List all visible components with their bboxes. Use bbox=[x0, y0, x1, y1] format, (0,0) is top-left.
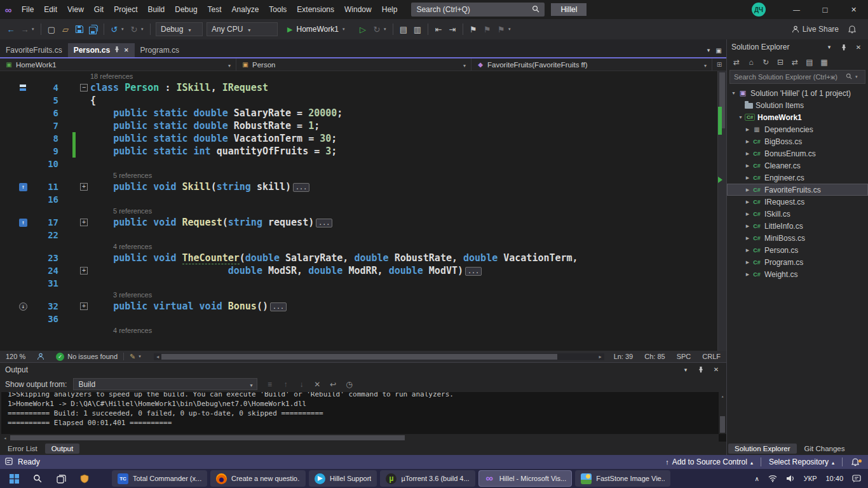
collapsed-region-box[interactable]: ... bbox=[270, 302, 287, 311]
scrollbar-thumb[interactable] bbox=[10, 435, 405, 440]
defender-shield-icon[interactable] bbox=[74, 470, 95, 487]
taskbar-app-utorrent[interactable]: µµTorrent 3.6 (build 4... bbox=[380, 470, 475, 487]
tree-item-favoritefruits-cs[interactable]: ▶C#FavoriteFruits.cs bbox=[727, 184, 868, 196]
properties-icon[interactable] bbox=[820, 58, 829, 67]
hidden-icons-chevron[interactable] bbox=[751, 470, 762, 487]
codelens-references-link[interactable]: 4 references bbox=[90, 327, 152, 334]
configuration-dropdown[interactable]: Debug bbox=[156, 22, 203, 36]
tree-collapsed-arrow-icon[interactable]: ▶ bbox=[743, 127, 752, 132]
tree-collapsed-arrow-icon[interactable]: ▶ bbox=[743, 248, 752, 253]
fold-collapse-icon[interactable]: − bbox=[80, 84, 88, 92]
tree-item-person-cs[interactable]: ▶C#Person.cs bbox=[727, 244, 868, 256]
tree-collapsed-arrow-icon[interactable]: ▶ bbox=[743, 175, 752, 180]
comment-selection-icon[interactable] bbox=[397, 22, 410, 37]
breadcrumb-member-dropdown[interactable]: FavoriteFruits(FavoriteFruits ff) bbox=[471, 58, 712, 71]
panel-close-icon[interactable] bbox=[711, 362, 721, 377]
taskbar-app-telegram[interactable]: Hillel Support bbox=[309, 470, 377, 487]
scrollbar-thumb[interactable] bbox=[720, 416, 725, 433]
increase-indent-icon[interactable] bbox=[445, 22, 459, 37]
breadcrumb-project-dropdown[interactable]: HomeWork1 bbox=[0, 58, 236, 71]
se-tab-git-changes[interactable]: Git Changes bbox=[798, 444, 851, 454]
scroll-right-icon[interactable] bbox=[597, 354, 604, 360]
code-editor[interactable]: 18 references4−class Person : ISkill, IR… bbox=[0, 71, 726, 351]
tree-collapsed-arrow-icon[interactable]: ▶ bbox=[743, 212, 752, 217]
navigate-back-icon[interactable] bbox=[4, 22, 18, 37]
tree-collapsed-arrow-icon[interactable]: ▶ bbox=[743, 139, 752, 144]
menu-window[interactable]: Window bbox=[339, 0, 377, 19]
tree-item-solution-hillel-1-of-1-project-[interactable]: ▼▣Solution 'Hillel' (1 of 1 project) bbox=[727, 87, 868, 99]
collapsed-region-box[interactable]: ... bbox=[316, 219, 332, 227]
next-bookmark-icon[interactable] bbox=[494, 22, 508, 37]
taskbar-app-faststone[interactable]: FastStone Image Vie... bbox=[575, 470, 670, 487]
menu-analyze[interactable]: Analyze bbox=[227, 0, 264, 19]
search-input[interactable]: Search (Ctrl+Q) bbox=[411, 3, 545, 17]
zoom-dropdown[interactable]: 120 % bbox=[0, 353, 31, 360]
tree-collapsed-arrow-icon[interactable]: ▶ bbox=[743, 260, 752, 265]
menu-build[interactable]: Build bbox=[143, 0, 170, 19]
menu-edit[interactable]: Edit bbox=[39, 0, 62, 19]
collapse-all-icon[interactable] bbox=[776, 58, 785, 67]
active-files-dropdown-icon[interactable] bbox=[703, 43, 714, 58]
word-wrap-icon[interactable] bbox=[327, 380, 339, 389]
timestamp-icon[interactable] bbox=[343, 380, 355, 389]
output-vertical-scrollbar[interactable]: ▴ bbox=[719, 392, 726, 434]
tree-item-weight-cs[interactable]: ▶C#Weight.cs bbox=[727, 268, 868, 280]
tree-collapsed-arrow-icon[interactable]: ▶ bbox=[743, 187, 752, 193]
tree-collapsed-arrow-icon[interactable]: ▶ bbox=[743, 224, 752, 229]
open-file-icon[interactable] bbox=[58, 22, 72, 37]
refresh-icon[interactable] bbox=[761, 58, 770, 67]
hot-reload-icon[interactable] bbox=[370, 22, 384, 37]
search-icon[interactable] bbox=[532, 5, 539, 15]
platform-dropdown[interactable]: Any CPU bbox=[207, 22, 278, 36]
close-icon[interactable]: ✕ bbox=[124, 47, 129, 53]
tree-collapsed-arrow-icon[interactable]: ▶ bbox=[743, 163, 752, 168]
output-source-dropdown[interactable]: Build bbox=[73, 378, 257, 390]
tree-item-bonusenum-cs[interactable]: ▶C#BonusEnum.cs bbox=[727, 147, 868, 159]
tree-collapsed-arrow-icon[interactable]: ▶ bbox=[743, 200, 752, 205]
codelens-references-link[interactable]: 5 references bbox=[90, 172, 152, 179]
redo-dropdown-icon[interactable] bbox=[141, 22, 147, 37]
scrollbar-track[interactable] bbox=[161, 353, 596, 360]
previous-bookmark-icon[interactable] bbox=[480, 22, 494, 37]
tab-program-cs[interactable]: Program.cs bbox=[135, 43, 185, 57]
add-to-source-control-button[interactable]: Add to Source Control bbox=[663, 455, 756, 469]
hot-reload-dropdown-icon[interactable] bbox=[384, 22, 390, 37]
feedback-icon[interactable] bbox=[845, 22, 859, 37]
close-button[interactable] bbox=[839, 0, 868, 19]
redo-icon[interactable] bbox=[127, 22, 141, 37]
notification-center-icon[interactable] bbox=[849, 470, 864, 487]
new-file-icon[interactable] bbox=[44, 22, 58, 37]
tree-collapsed-arrow-icon[interactable]: ▶ bbox=[743, 272, 752, 277]
editor-vertical-scrollbar[interactable] bbox=[717, 71, 726, 351]
taskbar-app-visualstudio[interactable]: ∞Hillel - Microsoft Vis... bbox=[478, 470, 573, 487]
live-share-presence-icon[interactable] bbox=[31, 353, 50, 360]
run-target-dropdown-icon[interactable] bbox=[342, 22, 348, 37]
tree-item-miniboss-cs[interactable]: ▶C#MiniBoss.cs bbox=[727, 232, 868, 244]
spaces-indicator[interactable]: SPC bbox=[671, 353, 697, 360]
select-repository-button[interactable]: Select Repository bbox=[766, 455, 837, 469]
panel-tab-output[interactable]: Output bbox=[45, 444, 80, 454]
home-icon[interactable] bbox=[747, 58, 756, 67]
search-icon[interactable] bbox=[846, 73, 852, 81]
start-without-debugging-icon[interactable] bbox=[356, 22, 370, 37]
language-indicator[interactable]: УКР bbox=[801, 470, 820, 487]
scroll-left-icon[interactable] bbox=[154, 354, 161, 360]
fold-expand-icon[interactable]: + bbox=[80, 302, 88, 310]
taskbar-app-firefox[interactable]: Create a new questio... bbox=[210, 470, 306, 487]
tree-collapsed-arrow-icon[interactable]: ▶ bbox=[743, 151, 752, 156]
tree-item-dependencies[interactable]: ▶▦Dependencies bbox=[727, 123, 868, 135]
decrease-indent-icon[interactable] bbox=[431, 22, 445, 37]
panel-position-icon[interactable] bbox=[681, 362, 691, 377]
account-avatar[interactable]: ДЧ bbox=[752, 3, 766, 17]
tab-favoritefruits-cs[interactable]: FavoriteFruits.cs bbox=[0, 43, 68, 57]
tab-person-cs[interactable]: Person.cs✕ bbox=[68, 43, 135, 57]
codelens-references-link[interactable]: 5 references bbox=[90, 207, 152, 215]
panel-position-icon[interactable] bbox=[824, 39, 834, 55]
line-indicator[interactable]: Ln: 39 bbox=[608, 353, 639, 360]
health-indicator[interactable]: No issues found bbox=[50, 353, 123, 361]
output-horizontal-scrollbar[interactable]: ◂ bbox=[1, 434, 719, 442]
uncomment-selection-icon[interactable] bbox=[410, 22, 424, 37]
menu-view[interactable]: View bbox=[62, 0, 89, 19]
menu-extensions[interactable]: Extensions bbox=[292, 0, 339, 19]
maximize-button[interactable] bbox=[811, 0, 839, 19]
